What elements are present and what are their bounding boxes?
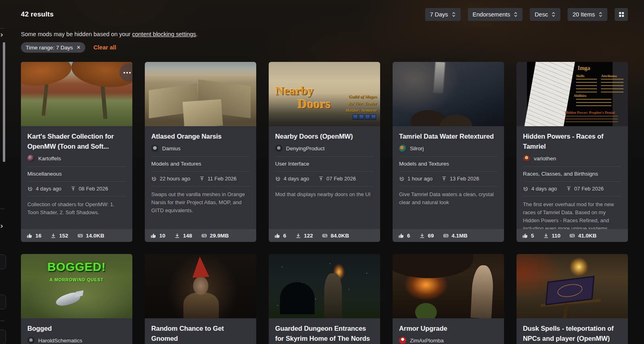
mod-category[interactable]: Miscellaneous [27, 167, 126, 181]
mod-author[interactable]: Silrorj [399, 145, 498, 156]
mod-meta: 4 days ago 07 Feb 2026 [275, 172, 374, 186]
mod-meta: 4 days ago 08 Feb 2026 [27, 182, 126, 196]
upload-date: 07 Feb 2026 [566, 186, 604, 192]
mod-thumbnail[interactable] [269, 254, 380, 318]
upload-date: 13 Feb 2026 [441, 176, 479, 182]
mod-title[interactable]: Random Chance to Get Gnomed [151, 324, 250, 344]
mod-thumbnail[interactable] [393, 62, 504, 126]
updated-time: 1 hour ago [399, 176, 432, 182]
clear-all-filters-link[interactable]: Clear all [93, 44, 116, 51]
waterfall-shape [433, 62, 445, 94]
sidebar-filter-box[interactable] [0, 330, 6, 344]
mod-title[interactable]: Dusk Spells - teleportation of NPCs and … [523, 324, 621, 344]
mod-thumbnail[interactable] [516, 254, 628, 318]
forge-arch-shape [393, 254, 473, 278]
file-size-stat: 41.0KB [569, 233, 597, 239]
mod-results-grid: Kart's Shader Collection for OpenMW (Too… [21, 62, 628, 344]
mod-card: Nearby Doors Guild of Mages Ra'Virr: Tra… [269, 62, 380, 242]
mod-author[interactable]: Damius [151, 145, 250, 156]
mod-card: Armor Upgrade ZimAxPlomba [393, 254, 504, 344]
list-controls: 7 Days Endorsements Desc 20 Items [425, 8, 628, 21]
time-range-filter-chip[interactable]: Time range: 7 Days ✕ [21, 42, 85, 53]
page-size-select[interactable]: 20 Items [568, 8, 607, 21]
mod-thumbnail[interactable]: Imga Skills Attributes Abilities Hidden … [516, 62, 628, 126]
drive-icon [77, 233, 83, 239]
thumbs-up-icon [522, 233, 528, 239]
mod-thumbnail[interactable] [21, 62, 132, 126]
sheet-heading: Abilities [574, 94, 586, 98]
mod-thumbnail[interactable] [145, 62, 256, 126]
mod-stats-bar: 6 122 84.0KB [269, 229, 380, 242]
author-avatar [275, 145, 282, 152]
mod-category[interactable]: Models and Textures [151, 157, 250, 171]
sheet-title-text: Imga [578, 65, 590, 72]
download-icon [50, 233, 56, 239]
mod-title[interactable]: Armor Upgrade [399, 324, 498, 334]
mod-author[interactable]: Kartoffels [27, 155, 126, 166]
upload-icon [441, 176, 447, 182]
active-filters-row: Time range: 7 Days ✕ Clear all [21, 42, 628, 53]
sidebar-filter-box[interactable] [0, 295, 6, 309]
content-blocking-notice: Some mods may be hidden based on your co… [21, 31, 628, 37]
mod-title[interactable]: Hidden Powers - Races of Tamriel [523, 131, 621, 152]
thumbnail-logo-text: Nearby [275, 84, 313, 96]
mod-title[interactable]: Nearby Doors (OpenMW) [275, 131, 374, 141]
mod-thumbnail[interactable]: BOGGED! A MORROWIND QUEST [21, 254, 132, 318]
download-icon [543, 233, 549, 239]
endorsements-stat: 5 [522, 233, 534, 239]
drive-icon [569, 233, 575, 239]
mod-thumbnail[interactable] [145, 254, 256, 318]
vertical-scrollbar[interactable] [3, 42, 5, 162]
downloads-stat: 152 [50, 233, 68, 239]
fish-fin-shape [75, 290, 83, 297]
sort-direction-select[interactable]: Desc [530, 8, 560, 21]
sort-chevrons-icon [551, 11, 556, 18]
mod-title[interactable]: Kart's Shader Collection for OpenMW (Too… [27, 131, 126, 152]
thumbnail-caption: Ra'Virr: Trader [348, 101, 377, 106]
updated-time: 4 days ago [275, 176, 309, 182]
mod-category[interactable]: Races, Classes, and Birthsigns [523, 167, 621, 181]
file-size-stat: 14.0KB [77, 233, 105, 239]
sheet-text-lines [566, 116, 618, 124]
mod-description: The first ever overhaul mod for the new … [523, 201, 621, 229]
sidebar-filter-box[interactable] [0, 254, 6, 269]
file-size-stat: 29.9MB [201, 233, 229, 239]
mod-author[interactable]: HaroldSchematics [27, 337, 126, 344]
author-name: Kartoffels [38, 156, 61, 162]
remove-filter-icon[interactable]: ✕ [76, 45, 80, 50]
mod-stats-bar: 16 152 14.0KB [21, 229, 132, 242]
endorsements-stat: 6 [274, 233, 286, 239]
mod-meta: 4 days ago 07 Feb 2026 [523, 182, 621, 196]
mod-author[interactable]: varlothen [523, 155, 621, 166]
time-range-select[interactable]: 7 Days [425, 8, 461, 21]
mod-card: Guarded Dungeon Entrances for Skyrim Hom… [269, 254, 380, 344]
gnome-hat-shape [191, 256, 210, 278]
history-clock-icon [399, 176, 405, 182]
upload-icon [70, 186, 76, 192]
mod-author[interactable]: DenyingProduct [275, 145, 374, 156]
mod-stats-bar: 5 110 41.0KB [516, 229, 628, 242]
mod-thumbnail[interactable] [393, 254, 504, 318]
downloads-stat: 69 [419, 233, 434, 239]
mod-title[interactable]: Atlased Orange Narsis [151, 131, 250, 141]
chevron-icon [0, 225, 3, 228]
mod-title[interactable]: Guarded Dungeon Entrances for Skyrim Hom… [275, 324, 374, 344]
mod-author[interactable]: ZimAxPlomba [399, 337, 498, 344]
updated-time: 4 days ago [523, 186, 557, 192]
ui-door-icons [353, 115, 376, 120]
thumbs-up-icon [27, 233, 33, 239]
mod-category[interactable]: Models and Textures [399, 157, 498, 171]
author-avatar [523, 155, 530, 162]
sort-by-select[interactable]: Endorsements [468, 8, 523, 21]
updated-time: 22 hours ago [151, 176, 190, 182]
mod-thumbnail[interactable]: Nearby Doors Guild of Mages Ra'Virr: Tra… [269, 62, 380, 126]
mod-title[interactable]: Tamriel Data Water Retextured [399, 131, 498, 141]
mod-stats-bar: 10 148 29.9MB [145, 229, 256, 242]
download-icon [174, 233, 180, 239]
history-clock-icon [275, 176, 281, 182]
sheet-heading: Attributes [601, 74, 617, 78]
grid-view-button[interactable] [615, 8, 628, 21]
mod-category[interactable]: User Interface [275, 157, 374, 171]
content-blocking-settings-link[interactable]: content blocking settings [132, 31, 196, 37]
mod-title[interactable]: Bogged [27, 324, 126, 334]
